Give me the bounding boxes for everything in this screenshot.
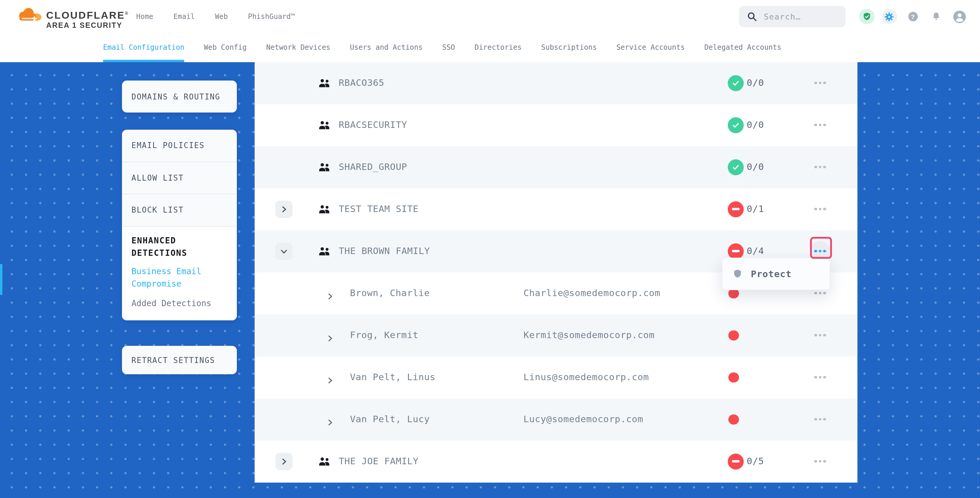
user-arrow-icon bbox=[328, 374, 333, 381]
row-menu-button[interactable] bbox=[810, 199, 830, 219]
status-protected-badge bbox=[728, 159, 744, 175]
cloudflare-cloud-icon bbox=[16, 5, 43, 24]
group-name: SHARED_GROUP bbox=[339, 146, 407, 188]
tab-web-config[interactable]: Web Config bbox=[204, 33, 247, 62]
nav-item-phishguard[interactable]: PhishGuard™ bbox=[248, 13, 295, 21]
tab-email-configuration[interactable]: Email Configuration bbox=[103, 33, 185, 62]
tab-service-accounts[interactable]: Service Accounts bbox=[616, 33, 685, 62]
sidebar-item-allow-list[interactable]: ALLOW LIST bbox=[122, 162, 237, 194]
row-menu-button[interactable] bbox=[810, 367, 830, 387]
logo-trademark: ® bbox=[125, 11, 128, 15]
table-row-group: THE JOE FAMILY 0/5 bbox=[255, 440, 857, 482]
group-name: TEST TEAM SITE bbox=[339, 188, 418, 230]
protected-count: 0/1 bbox=[747, 188, 764, 230]
group-name: THE BROWN FAMILY bbox=[339, 230, 430, 272]
user-name: Frog, Kermit bbox=[350, 314, 418, 356]
menu-item-protect[interactable]: Protect bbox=[751, 269, 792, 279]
protected-count: 0/0 bbox=[747, 62, 764, 104]
tab-sso[interactable]: SSO bbox=[442, 33, 455, 62]
group-icon bbox=[318, 121, 331, 129]
user-name: Brown, Charlie bbox=[350, 272, 430, 314]
bell-icon bbox=[931, 11, 941, 22]
section-tabs: Email Configuration Web Config Network D… bbox=[0, 33, 980, 62]
user-arrow-icon bbox=[328, 333, 333, 339]
user-name: Van Pelt, Lucy bbox=[350, 398, 430, 440]
avatar-icon bbox=[953, 10, 966, 23]
status-unprotected-dot bbox=[728, 372, 739, 382]
sidebar-item-retract-settings[interactable]: RETRACT SETTINGS bbox=[122, 346, 237, 374]
help-button[interactable]: ? bbox=[908, 0, 918, 33]
table-row-group: TEST TEAM SITE 0/1 bbox=[255, 188, 857, 230]
search-box[interactable] bbox=[739, 6, 846, 27]
sidebar-item-block-list[interactable]: BLOCK LIST bbox=[122, 194, 237, 226]
group-name: THE JOE FAMILY bbox=[339, 440, 418, 482]
top-header: CLOUDFLARE® AREA 1 SECURITY Home Email W… bbox=[0, 0, 980, 33]
group-icon bbox=[318, 162, 331, 172]
sidebar-item-domains-routing[interactable]: DOMAINS & ROUTING bbox=[122, 81, 237, 113]
table-row-user: Van Pelt, Linus Linus@somedemocorp.com bbox=[255, 356, 857, 398]
user-name: Van Pelt, Linus bbox=[350, 356, 436, 398]
row-menu-button[interactable] bbox=[810, 157, 830, 177]
status-unprotected-badge bbox=[728, 453, 744, 469]
table-row-group: RBACSECURITY 0/0 bbox=[255, 104, 857, 146]
tab-network-devices[interactable]: Network Devices bbox=[266, 33, 331, 62]
group-icon bbox=[318, 247, 331, 256]
collapse-chevron-button[interactable] bbox=[275, 242, 293, 260]
group-icon bbox=[318, 78, 331, 88]
sidebar-card-retract-settings: RETRACT SETTINGS bbox=[122, 346, 237, 374]
status-unprotected-badge bbox=[728, 243, 744, 259]
notifications-button[interactable] bbox=[931, 0, 941, 33]
tab-directories[interactable]: Directories bbox=[475, 33, 522, 62]
cloudflare-logo[interactable]: CLOUDFLARE® AREA 1 SECURITY bbox=[16, 5, 128, 29]
question-mark-icon: ? bbox=[908, 12, 918, 21]
row-menu-button[interactable] bbox=[810, 325, 830, 345]
row-menu-button[interactable] bbox=[810, 115, 830, 135]
sidebar-item-business-email-compromise[interactable]: Business Email Compromise bbox=[132, 265, 228, 290]
row-menu-button[interactable] bbox=[810, 451, 830, 471]
user-arrow-icon bbox=[328, 417, 333, 423]
sidebar-item-email-policies[interactable]: EMAIL POLICIES bbox=[122, 130, 237, 162]
status-unprotected-dot bbox=[728, 414, 739, 425]
row-menu-button[interactable] bbox=[810, 73, 830, 93]
settings-button[interactable] bbox=[881, 0, 897, 33]
account-button[interactable] bbox=[953, 0, 966, 33]
gear-icon bbox=[881, 9, 897, 24]
sidebar-card-domains-routing: DOMAINS & ROUTING bbox=[122, 81, 237, 113]
logo-text: CLOUDFLARE® AREA 1 SECURITY bbox=[46, 5, 128, 29]
sidebar-card-policies: EMAIL POLICIES ALLOW LIST BLOCK LIST ENH… bbox=[122, 130, 237, 320]
protection-status-button[interactable] bbox=[859, 0, 875, 33]
group-icon bbox=[318, 205, 331, 213]
row-menu-button[interactable] bbox=[810, 409, 830, 429]
group-icon bbox=[318, 457, 331, 466]
tab-delegated-accounts[interactable]: Delegated Accounts bbox=[704, 33, 781, 62]
search-input[interactable] bbox=[763, 11, 842, 22]
expand-chevron-button[interactable] bbox=[275, 453, 293, 470]
expand-chevron-button[interactable] bbox=[275, 200, 293, 218]
status-unprotected-dot bbox=[728, 330, 739, 340]
logo-brand: CLOUDFLARE bbox=[46, 10, 125, 21]
chevron-down-icon bbox=[280, 247, 288, 255]
group-name: RBACSECURITY bbox=[339, 104, 407, 146]
table-row-group: RBACO365 0/0 bbox=[255, 62, 857, 104]
sidebar-item-enhanced-detections[interactable]: ENHANCED DETECTIONS bbox=[132, 234, 228, 259]
chevron-right-icon bbox=[280, 457, 288, 465]
chevron-right-icon bbox=[280, 205, 288, 213]
area1-security-app: CLOUDFLARE® AREA 1 SECURITY Home Email W… bbox=[0, 0, 980, 498]
nav-item-web[interactable]: Web bbox=[215, 13, 228, 21]
nav-item-email[interactable]: Email bbox=[173, 13, 195, 21]
nav-item-home[interactable]: Home bbox=[136, 13, 153, 21]
protected-count: 0/5 bbox=[747, 440, 764, 482]
user-email: Lucy@somedemocorp.com bbox=[523, 398, 643, 440]
logo-product: AREA 1 SECURITY bbox=[46, 21, 128, 29]
active-item-accent-bar bbox=[0, 264, 2, 295]
status-protected-badge bbox=[728, 75, 744, 91]
status-unprotected-badge bbox=[728, 201, 744, 217]
table-row-user: Van Pelt, Lucy Lucy@somedemocorp.com bbox=[255, 398, 857, 440]
tab-subscriptions[interactable]: Subscriptions bbox=[541, 33, 597, 62]
shield-check-icon bbox=[859, 9, 875, 24]
sidebar-item-added-detections[interactable]: Added Detections bbox=[132, 297, 228, 309]
active-tab-underline bbox=[103, 60, 185, 62]
tab-users-and-actions[interactable]: Users and Actions bbox=[350, 33, 423, 62]
user-email: Kermit@somedemocorp.com bbox=[523, 314, 655, 356]
top-nav: Home Email Web PhishGuard™ bbox=[136, 0, 295, 33]
